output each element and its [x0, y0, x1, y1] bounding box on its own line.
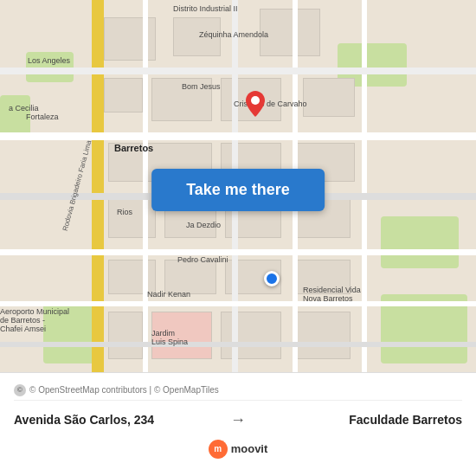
- road-h1: [0, 68, 476, 74]
- road-v5: [362, 0, 367, 372]
- block: [294, 260, 351, 294]
- road-v-main: [92, 0, 104, 372]
- marker-blue: [264, 271, 280, 286]
- moovit-logo-text: moovit: [231, 442, 268, 455]
- destination-text: Faculdade Barretos: [256, 413, 462, 427]
- green-area: [43, 303, 95, 363]
- route-info: Avenida São Carlos, 234 → Faculdade Barr…: [14, 411, 462, 429]
- block: [151, 78, 212, 121]
- block: [221, 312, 281, 359]
- block: [260, 9, 320, 56]
- block: [108, 260, 156, 294]
- road-h4: [0, 249, 476, 255]
- road-h6: [0, 342, 476, 347]
- marker-red: [246, 91, 265, 117]
- block: [104, 17, 156, 61]
- road-h2: [0, 132, 476, 140]
- origin-text: Avenida São Carlos, 234: [14, 413, 220, 427]
- road-h5: [0, 301, 476, 306]
- attribution-icon: ©: [14, 384, 26, 396]
- map-container: Distrito Industrial II Zéquinha Amendola…: [0, 0, 476, 372]
- road-v2: [143, 0, 148, 372]
- bottom-bar: © © OpenStreetMap contributors | © OpenM…: [0, 372, 476, 476]
- moovit-logo: m moovit: [209, 440, 268, 459]
- moovit-logo-circle: m: [209, 440, 228, 459]
- divider: [14, 400, 462, 401]
- logo-row: m moovit: [14, 436, 462, 466]
- green-area: [381, 216, 459, 268]
- block: [108, 312, 143, 359]
- block: [173, 17, 221, 56]
- attribution: © © OpenStreetMap contributors | © OpenM…: [14, 384, 462, 396]
- block-pink: [151, 312, 212, 359]
- take-me-there-button[interactable]: Take me there: [151, 169, 325, 211]
- block: [294, 312, 351, 359]
- arrow-icon: →: [230, 411, 246, 429]
- block: [303, 78, 355, 117]
- svg-point-0: [251, 96, 260, 105]
- block: [164, 260, 216, 294]
- block: [104, 78, 143, 113]
- attribution-text: © OpenStreetMap contributors | © OpenMap…: [29, 385, 219, 395]
- route-row: Avenida São Carlos, 234 → Faculdade Barr…: [14, 404, 462, 436]
- block: [108, 199, 156, 238]
